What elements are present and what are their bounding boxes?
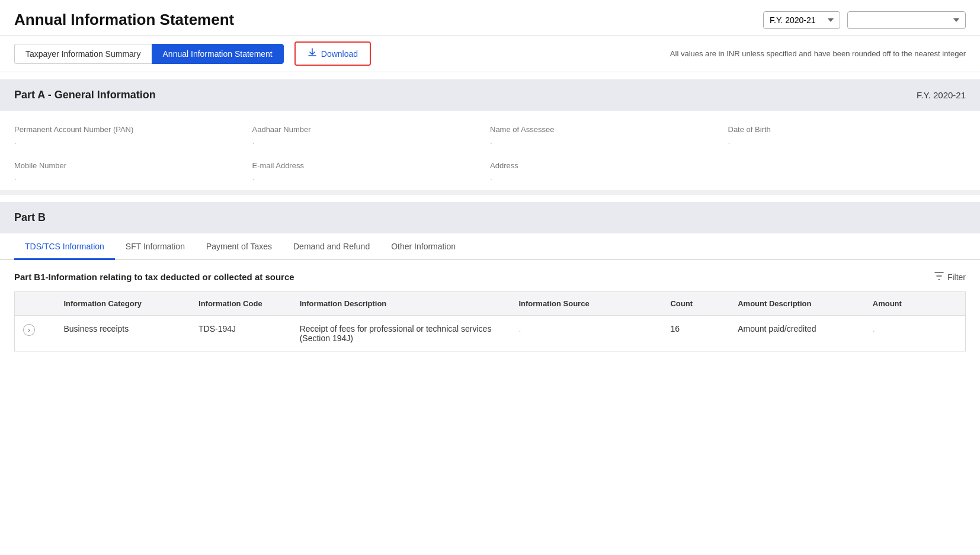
part-a-header: Part A - General Information F.Y. 2020-2… [0,79,980,111]
cell-expand[interactable]: › [15,316,56,352]
col-header-expand [15,292,56,316]
download-label: Download [321,49,358,59]
tab-sft[interactable]: SFT Information [115,233,196,260]
filter-button[interactable]: Filter [934,272,966,282]
field-dob-label: Date of Birth [728,125,966,134]
taxpayer-summary-button[interactable]: Taxpayer Information Summary [14,44,152,64]
part-a-title: Part A - General Information [14,89,156,101]
page-header: Annual Information Statement F.Y. 2020-2… [0,0,980,36]
part-b1-title: Part B1-Information relating to tax dedu… [14,272,294,282]
expand-icon[interactable]: › [23,324,35,336]
part-b1-header: Part B1-Information relating to tax dedu… [14,272,966,282]
field-address-value: . [490,172,966,183]
tab-demand-refund[interactable]: Demand and Refund [283,233,380,260]
field-mobile: Mobile Number . [14,161,252,183]
col-header-amt-desc: Amount Description [729,292,864,316]
tab-payment-taxes[interactable]: Payment of Taxes [196,233,283,260]
cell-amount: . [864,316,966,352]
field-pan: Permanent Account Number (PAN) . [14,125,252,147]
field-address: Address . [490,161,966,183]
part-b-title: Part B [14,211,46,223]
field-mobile-label: Mobile Number [14,161,252,170]
cell-count: 16 [662,316,729,352]
part-b-tabs: TDS/TCS Information SFT Information Paym… [0,233,980,260]
cell-source: . [510,316,662,352]
col-header-code: Information Code [190,292,292,316]
field-aadhaar-label: Aadhaar Number [252,125,491,134]
tab-other-info[interactable]: Other Information [380,233,466,260]
content-area: Part B1-Information relating to tax dedu… [0,260,980,364]
toolbar-note: All values are in INR unless specified a… [670,49,966,58]
field-pan-label: Permanent Account Number (PAN) [14,125,252,134]
field-address-label: Address [490,161,966,170]
part-b-header: Part B [0,202,980,233]
cell-desc: Receipt of fees for professional or tech… [292,316,511,352]
part-a-fy: F.Y. 2020-21 [917,90,966,100]
col-header-amount: Amount [864,292,966,316]
field-name-value: . [490,136,728,147]
field-mobile-value: . [14,172,252,183]
field-email-label: E-mail Address [252,161,491,170]
ais-button[interactable]: Annual Information Statement [152,44,284,64]
field-name-label: Name of Assessee [490,125,728,134]
cell-category: Business receipts [55,316,190,352]
download-button[interactable]: Download [297,44,369,63]
field-email-value: . [252,172,491,183]
download-icon [308,48,317,59]
fy-select[interactable]: F.Y. 2020-21 F.Y. 2019-20 F.Y. 2018-19 [763,11,840,29]
col-header-count: Count [662,292,729,316]
field-pan-value: . [14,136,252,147]
tds-tcs-table: Information Category Information Code In… [14,291,966,352]
col-header-desc: Information Description [292,292,511,316]
field-dob-value: . [728,136,966,147]
tab-tds-tcs[interactable]: TDS/TCS Information [14,233,115,260]
cell-amt-desc: Amount paid/credited [729,316,864,352]
field-aadhaar-value: . [252,136,491,147]
col-header-category: Information Category [55,292,190,316]
table-header-row: Information Category Information Code In… [15,292,966,316]
filter-icon [934,272,944,282]
field-email: E-mail Address . [252,161,491,183]
filter-label: Filter [947,272,966,282]
header-selects: F.Y. 2020-21 F.Y. 2019-20 F.Y. 2018-19 [763,11,966,29]
secondary-select[interactable] [847,11,966,29]
download-button-wrapper: Download [294,41,371,66]
general-info-grid: Permanent Account Number (PAN) . Aadhaar… [0,111,980,195]
field-dob: Date of Birth . [728,125,966,147]
field-aadhaar: Aadhaar Number . [252,125,491,147]
table-row: › Business receipts TDS-194J Receipt of … [15,316,966,352]
page-title: Annual Information Statement [14,11,234,29]
toolbar: Taxpayer Information Summary Annual Info… [0,36,980,72]
cell-code: TDS-194J [190,316,292,352]
field-name: Name of Assessee . [490,125,728,147]
col-header-source: Information Source [510,292,662,316]
